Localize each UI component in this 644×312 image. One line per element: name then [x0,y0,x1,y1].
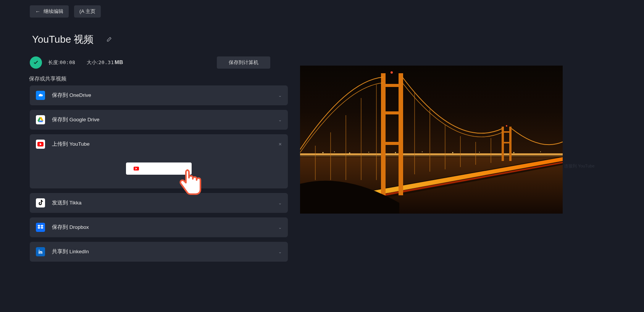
svg-rect-21 [381,111,403,114]
onedrive-icon [36,91,45,100]
length-label: 长度:00:08 [48,59,75,66]
chevron-down-icon: ⌄ [278,117,282,122]
svg-point-8 [368,152,369,153]
size-label: 大小:20.31MB [87,59,123,66]
svg-point-7 [349,153,350,154]
gdrive-label: 保存到 Google Drive [52,116,100,123]
tiktok-icon [36,198,45,207]
linkedin-icon [36,247,45,256]
share-item-gdrive[interactable]: 保存到 Google Drive ⌄ [30,110,288,130]
status-check-icon [30,56,42,69]
onedrive-label: 保存到 OneDrive [52,92,91,99]
svg-rect-26 [502,142,512,143]
svg-point-5 [323,152,324,153]
svg-point-11 [452,152,454,153]
chevron-down-icon: ⌄ [278,249,282,254]
gdrive-icon [36,115,45,124]
svg-rect-20 [381,84,403,87]
youtube-connect-area [36,162,282,175]
youtube-mini-icon [134,167,139,170]
svg-point-38 [391,71,393,74]
continue-edit-label: 继续编辑 [44,8,63,15]
svg-rect-1 [300,66,563,157]
save-to-computer-label: 保存到计算机 [229,60,258,66]
dropbox-label: 保存到 Dropbox [52,224,89,231]
home-label: (A 主页 [79,8,95,15]
svg-rect-22 [381,142,403,145]
connect-youtube-button[interactable] [126,162,192,175]
svg-rect-3 [300,153,563,155]
save-to-computer-button[interactable]: 保存到计算机 [217,56,270,69]
page-title: YouTube 视频 [32,33,94,46]
youtube-icon [36,140,45,149]
svg-point-13 [513,152,515,153]
tiktok-label: 发送到 Tikka [52,199,82,206]
linkedin-label: 共享到 LinkedIn [52,248,89,255]
share-item-linkedin[interactable]: 共享到 LinkedIn ⌄ [30,242,288,262]
svg-rect-18 [381,73,386,195]
svg-point-6 [334,151,335,152]
share-item-onedrive[interactable]: 保存到 OneDrive ⌄ [30,85,288,105]
svg-point-9 [395,152,396,153]
chevron-down-icon: ⌄ [278,201,282,206]
home-button[interactable]: (A 主页 [74,5,101,18]
share-item-dropbox[interactable]: 保存到 Dropbox ⌄ [30,217,288,237]
svg-rect-19 [399,73,403,195]
svg-rect-4 [300,156,563,156]
svg-point-14 [540,151,541,152]
svg-point-12 [479,152,480,153]
share-item-tiktok[interactable]: 发送到 Tikka ⌄ [30,193,288,213]
chevron-down-icon: ⌄ [278,225,282,230]
svg-point-10 [422,151,423,152]
youtube-label: 上传到 YouTube [52,141,90,148]
svg-point-39 [506,125,507,127]
dropbox-icon [36,223,45,232]
chevron-down-icon: ⌄ [278,93,282,98]
arrow-left-icon: ← [35,8,40,14]
svg-rect-25 [502,131,512,133]
edit-title-icon[interactable] [106,37,112,43]
share-list: 保存到 OneDrive ⌄ 保存到 Google Drive ⌄ 上传到 Yo… [30,85,288,262]
video-preview [300,66,563,214]
share-section-label: 保存或共享视频 [29,76,66,82]
side-note: 连接到 YouTube [564,163,594,169]
share-item-youtube[interactable]: 上传到 YouTube × [30,134,288,188]
continue-edit-button[interactable]: ← 继续编辑 [30,5,69,18]
close-icon[interactable]: × [279,141,282,147]
